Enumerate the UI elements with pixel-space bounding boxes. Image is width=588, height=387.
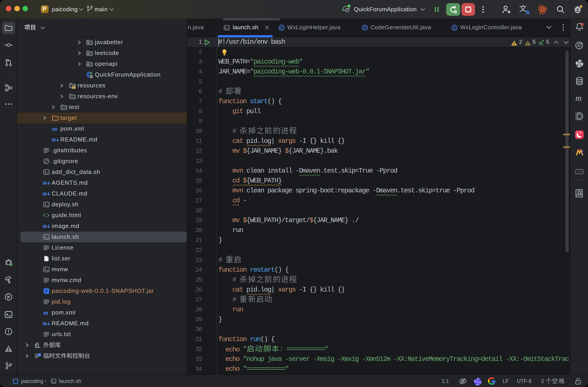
svg-text:A: A [579, 190, 581, 194]
svg-text:M: M [43, 181, 47, 186]
svg-text:C: C [280, 25, 283, 30]
svg-text:C: C [364, 25, 366, 30]
svg-text:m: m [52, 125, 57, 133]
svg-text:M: M [43, 191, 47, 197]
svg-text:M: M [52, 137, 56, 143]
svg-text:m: m [43, 309, 49, 316]
svg-text:M: M [43, 224, 47, 229]
svg-text:m: m [575, 93, 581, 102]
svg-text:M: M [43, 321, 47, 326]
svg-text:C: C [453, 25, 456, 30]
